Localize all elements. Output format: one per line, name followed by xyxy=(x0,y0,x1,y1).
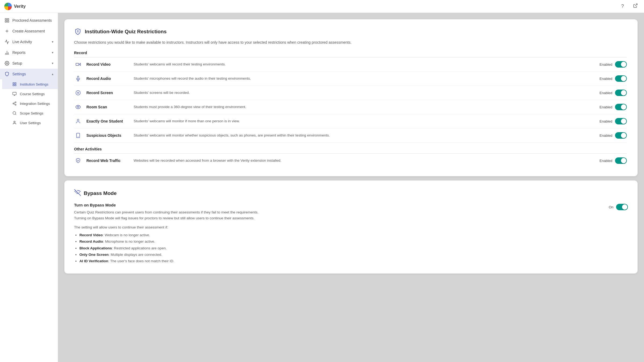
record-audio-status: Enabled xyxy=(599,75,627,82)
sidebar-item-course-settings[interactable]: Course Settings xyxy=(2,89,58,99)
svg-point-11 xyxy=(6,63,8,64)
bypass-mode-content-row: Turn on Bypass Mode Certain Quiz Restric… xyxy=(74,203,628,265)
bypass-mode-header: Bypass Mode xyxy=(74,189,628,197)
quiz-restrictions-header: Institution-Wide Quiz Restrictions xyxy=(74,28,628,35)
svg-rect-15 xyxy=(15,84,16,86)
svg-point-35 xyxy=(78,106,79,108)
svg-rect-4 xyxy=(8,21,9,22)
logo-icon xyxy=(4,3,12,10)
record-screen-name: Record Screen xyxy=(86,91,129,95)
svg-point-24 xyxy=(13,112,16,114)
section-record-label: Record xyxy=(74,51,627,57)
help-icon: ? xyxy=(621,3,624,9)
sidebar-label-live-activity: Live Activity xyxy=(12,40,32,44)
record-web-traffic-status-label: Enabled xyxy=(599,159,612,163)
record-screen-toggle[interactable] xyxy=(615,90,627,96)
restriction-row-record-screen: Record Screen Students' screens will be … xyxy=(74,86,627,100)
bypass-list-item-4: Only One Screen: Multiple displays are c… xyxy=(79,252,603,257)
restriction-row-exactly-one-student: Exactly One Student Students' webcams wi… xyxy=(74,114,627,128)
svg-point-21 xyxy=(15,104,16,105)
scope-icon xyxy=(12,110,17,116)
sidebar-item-settings[interactable]: Settings ▴ xyxy=(0,69,58,79)
top-bar: Verity ? xyxy=(0,0,644,13)
record-audio-toggle[interactable] xyxy=(615,75,627,82)
suspicious-objects-toggle[interactable] xyxy=(615,132,627,139)
bypass-list-item-1: Record Video: Webcam is no longer active… xyxy=(79,232,603,238)
sidebar-item-integration-settings[interactable]: Integration Settings xyxy=(2,99,58,108)
exactly-one-student-desc: Students' webcams will monitor if more t… xyxy=(134,119,595,124)
exactly-one-student-name: Exactly One Student xyxy=(86,119,129,123)
record-video-toggle[interactable] xyxy=(615,61,627,68)
restriction-row-suspicious-objects: Suspicious Objects Students' webcams wil… xyxy=(74,128,627,143)
svg-rect-29 xyxy=(76,63,79,65)
exactly-one-student-status-label: Enabled xyxy=(599,119,612,123)
sidebar-label-integration-settings: Integration Settings xyxy=(20,102,50,106)
sidebar-item-reports[interactable]: Reports ▾ xyxy=(0,47,58,58)
sidebar-label-user-settings: User Settings xyxy=(20,121,41,125)
record-audio-name: Record Audio xyxy=(86,76,129,81)
room-scan-toggle[interactable] xyxy=(615,104,627,110)
suspicious-objects-status-label: Enabled xyxy=(599,134,612,138)
bypass-list-item-2: Record Audio: Microphone is no longer ac… xyxy=(79,239,603,244)
chevron-down-icon: ▾ xyxy=(52,61,53,65)
course-icon xyxy=(12,91,17,97)
restriction-row-record-web-traffic: Record Web Traffic Websites will be reco… xyxy=(74,154,627,168)
record-web-traffic-name: Record Web Traffic xyxy=(86,158,129,163)
sidebar: Proctored Assessments Create Assessment … xyxy=(0,13,58,362)
sidebar-item-live-activity[interactable]: Live Activity ▾ xyxy=(0,36,58,47)
sidebar-label-proctored-assessments: Proctored Assessments xyxy=(12,18,52,23)
bypass-item-5-bold: AI ID Verification xyxy=(79,259,108,263)
exactly-one-student-status: Enabled xyxy=(599,118,627,124)
svg-rect-16 xyxy=(13,92,16,95)
bypass-list-item-5: AI ID Verification: The user's face does… xyxy=(79,258,603,264)
sidebar-label-settings: Settings xyxy=(12,72,26,76)
quiz-restrictions-scroll[interactable]: Record Record Video Students' webcams wi… xyxy=(74,51,628,168)
chevron-up-icon: ▴ xyxy=(52,72,53,76)
bypass-item-3-bold: Block Applications xyxy=(79,246,112,250)
svg-line-25 xyxy=(15,114,16,115)
suspicious-objects-name: Suspicious Objects xyxy=(86,133,129,138)
help-button[interactable]: ? xyxy=(618,2,627,11)
bypass-toggle-wrap: On xyxy=(609,204,628,210)
quiz-restrictions-description: Choose restrictions you would like to ma… xyxy=(74,40,628,45)
setup-icon xyxy=(4,61,10,66)
sidebar-label-course-settings: Course Settings xyxy=(20,92,45,96)
record-video-name: Record Video xyxy=(86,62,129,67)
user-icon xyxy=(12,120,17,125)
record-web-traffic-icon xyxy=(74,158,82,163)
bypass-mode-toggle[interactable] xyxy=(616,204,628,210)
sidebar-item-scope-settings[interactable]: Scope Settings xyxy=(2,108,58,118)
svg-rect-14 xyxy=(13,84,14,86)
quiz-restrictions-title: Institution-Wide Quiz Restrictions xyxy=(85,29,167,35)
room-scan-icon xyxy=(74,104,82,110)
sidebar-item-user-settings[interactable]: User Settings xyxy=(2,118,58,128)
record-web-traffic-toggle[interactable] xyxy=(615,157,627,164)
svg-point-33 xyxy=(76,91,80,95)
chevron-down-icon: ▾ xyxy=(52,51,53,54)
sidebar-item-create-assessment[interactable]: Create Assessment xyxy=(0,26,58,36)
room-scan-status-label: Enabled xyxy=(599,105,612,109)
sidebar-item-proctored-assessments[interactable]: Proctored Assessments xyxy=(0,15,58,26)
sidebar-item-setup[interactable]: Setup ▾ xyxy=(0,58,58,69)
record-screen-status-label: Enabled xyxy=(599,91,612,95)
svg-rect-3 xyxy=(5,21,6,22)
sidebar-label-setup: Setup xyxy=(12,61,22,65)
record-web-traffic-desc: Websites will be recorded when accessed … xyxy=(134,158,595,163)
bypass-status-label: On xyxy=(609,205,613,209)
record-screen-desc: Students' screens will be recorded. xyxy=(134,90,595,95)
sidebar-item-institution-settings[interactable]: Institution Settings xyxy=(2,79,58,89)
record-screen-status: Enabled xyxy=(599,90,627,96)
svg-rect-1 xyxy=(5,19,6,20)
svg-rect-12 xyxy=(13,83,14,84)
sidebar-label-reports: Reports xyxy=(12,50,25,55)
sidebar-label-scope-settings: Scope Settings xyxy=(20,111,43,115)
external-link-button[interactable] xyxy=(631,2,640,11)
record-audio-status-label: Enabled xyxy=(599,77,612,81)
exactly-one-student-toggle[interactable] xyxy=(615,118,627,124)
svg-point-20 xyxy=(13,103,14,104)
record-video-status: Enabled xyxy=(599,61,627,68)
top-bar-actions: ? xyxy=(618,2,640,11)
quiz-restrictions-icon xyxy=(74,28,82,35)
bypass-setting-text: The setting will allow users to continue… xyxy=(74,225,603,229)
svg-point-34 xyxy=(78,92,79,94)
